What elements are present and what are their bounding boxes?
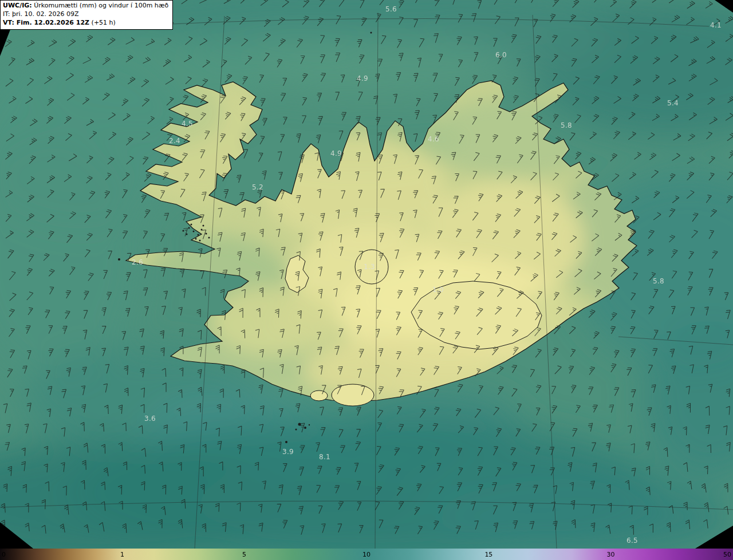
colorbar-tick-1: 1 <box>120 551 124 558</box>
colorbar-tick-30: 30 <box>607 551 615 558</box>
colorbar-tick-10: 10 <box>362 551 371 558</box>
colorbar-tick-0: 0 <box>2 551 6 558</box>
model-label: UWC/IG: <box>3 2 32 9</box>
title-box: UWC/IG: Úrkomumætti (mm) og vindur í 100… <box>0 0 173 30</box>
valid-time-offset: (+51 h) <box>92 19 116 26</box>
colorbar-tick-5: 5 <box>242 551 246 558</box>
weather-map-canvas: 5.64.16.04.95.44.55.82.44.64.95.22.61.31… <box>0 0 733 560</box>
title-line-model: UWC/IG: Úrkomumætti (mm) og vindur í 100… <box>3 2 168 10</box>
colorbar-tick-15: 15 <box>484 551 492 558</box>
map-title: Úrkomumætti (mm) og vindur í 100m hæð <box>34 2 168 9</box>
colorbar-tick-50: 50 <box>723 551 731 558</box>
valid-time: VT: Fim. 12.02.2026 12Z (+51 h) <box>3 19 168 27</box>
valid-time-main: VT: Fim. 12.02.2026 12Z <box>3 19 89 26</box>
init-time: IT: þri. 10. 02. 2026 09Z <box>3 10 168 19</box>
map-graphic <box>0 0 733 549</box>
colorbar: 01510153050 <box>0 549 733 560</box>
